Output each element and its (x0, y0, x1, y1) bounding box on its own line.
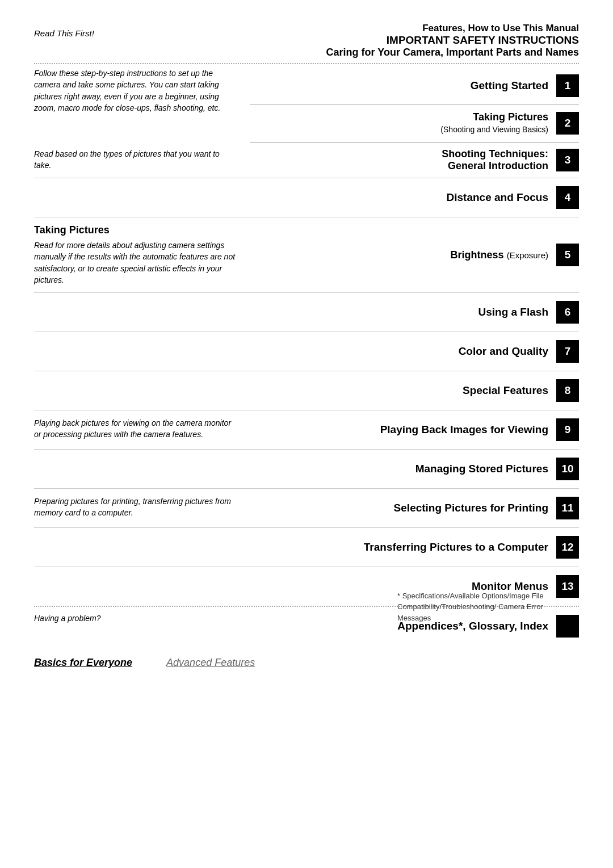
row-8: Special Features 8 (34, 371, 579, 410)
chapter-num-11: 11 (556, 497, 579, 519)
taking-pictures-left: Taking Pictures Read for more details ab… (34, 217, 250, 292)
chapter-7-right: Color and Quality 7 (250, 332, 579, 371)
header-line2: IMPORTANT SAFETY INSTRUCTIONS (193, 34, 579, 47)
chapter-num-appendices (556, 615, 579, 638)
taking-pictures-title: Taking Pictures (34, 224, 238, 236)
empty-left-6 (34, 293, 250, 332)
chapter-title-11: Selecting Pictures for Printing (250, 502, 548, 514)
row-12: Transferring Pictures to a Computer 12 (34, 528, 579, 567)
content-area: Read This First! Features, How to Use Th… (34, 23, 579, 669)
footnote: * Specifications/Available Options/Image… (397, 590, 545, 624)
row-10: Managing Stored Pictures 10 (34, 450, 579, 489)
chapter-4-right: Distance and Focus 4 (250, 178, 579, 217)
row-5: Taking Pictures Read for more details ab… (34, 217, 579, 293)
header-line3: Caring for Your Camera, Important Parts … (193, 47, 579, 58)
getting-started-left-desc: Follow these step-by-step instructions t… (34, 68, 250, 114)
chapter-title-3: Shooting Techniques: General Introductio… (250, 148, 548, 172)
empty-left-7 (34, 332, 250, 371)
bottom-section: Basics for Everyone Advanced Features (34, 657, 579, 669)
read-first-label: Read This First! (34, 28, 193, 38)
chapter-title-7: Color and Quality (250, 345, 548, 358)
chapter-5-subtitle: (Exposure) (507, 250, 548, 260)
chapter-num-5: 5 (556, 244, 579, 266)
chapter-title-4: Distance and Focus (250, 191, 548, 204)
chapter-3-subtitle: General Introduction (448, 160, 548, 171)
chapter-3-main: Shooting Techniques: (442, 148, 548, 160)
row-6: Using a Flash 6 (34, 293, 579, 332)
row-9: Playing back pictures for viewing on the… (34, 410, 579, 450)
chapter-num-13: 13 (556, 575, 579, 598)
chapter-num-9: 9 (556, 418, 579, 441)
chapter-row-1: Getting Started 1 (250, 68, 579, 104)
top-combined-section: Follow these step-by-step instructions t… (34, 68, 579, 142)
chapter-title-5: Brightness (Exposure) (250, 249, 548, 261)
chapter-num-3: 3 (556, 149, 579, 171)
dotted-separator-top (34, 63, 579, 64)
chapter-title-10: Managing Stored Pictures (250, 463, 548, 475)
chapter-num-6: 6 (556, 301, 579, 324)
empty-left-4 (34, 178, 250, 217)
printing-desc: Preparing pictures for printing, transfe… (34, 489, 250, 527)
chapter-6-right: Using a Flash 6 (250, 293, 579, 332)
chapter-2-subtitle: (Shooting and Viewing Basics) (440, 125, 548, 134)
empty-left-10 (34, 450, 250, 488)
empty-left-13 (34, 567, 250, 606)
taking-pictures-desc: Read for more details about adjusting ca… (34, 240, 238, 286)
chapter-8-right: Special Features 8 (250, 371, 579, 410)
basics-label: Basics for Everyone (34, 657, 132, 669)
chapter-num-4: 4 (556, 186, 579, 209)
page: Read This First! Features, How to Use Th… (0, 0, 613, 868)
chapter-title-12: Transferring Pictures to a Computer (250, 541, 548, 553)
header-line1: Features, How to Use This Manual (193, 23, 579, 34)
header-titles: Features, How to Use This Manual IMPORTA… (193, 23, 579, 58)
chapter-num-12: 12 (556, 536, 579, 559)
row-7: Color and Quality 7 (34, 332, 579, 371)
chapter-9-right: Playing Back Images for Viewing 9 (250, 410, 579, 449)
chapter-num-2: 2 (556, 112, 579, 135)
row-4: Distance and Focus 4 (34, 178, 579, 217)
empty-left-8 (34, 371, 250, 410)
chapter-num-1: 1 (556, 74, 579, 97)
chapter-title-6: Using a Flash (250, 306, 548, 318)
chapter-row-2: Taking Pictures (Shooting and Viewing Ba… (250, 104, 579, 142)
row-11: Preparing pictures for printing, transfe… (34, 489, 579, 528)
advanced-label: Advanced Features (166, 657, 255, 669)
chapter-5-right: Brightness (Exposure) 5 (250, 217, 579, 292)
chapter-11-right: Selecting Pictures for Printing 11 (250, 489, 579, 527)
chapters-1-3: Getting Started 1 Taking Pictures (Shoot… (250, 68, 579, 142)
chapter-title-1: Getting Started (250, 79, 548, 92)
getting-started-desc: Follow these step-by-step instructions t… (34, 68, 238, 114)
footnote-text: * Specifications/Available Options/Image… (397, 592, 544, 622)
chapter-num-8: 8 (556, 379, 579, 402)
chapter-3-right: Shooting Techniques: General Introductio… (250, 142, 579, 178)
chapter-5-main: Brightness (451, 249, 504, 261)
chapter-title-8: Special Features (250, 384, 548, 397)
empty-left-12 (34, 528, 250, 567)
chapter-10-right: Managing Stored Pictures 10 (250, 450, 579, 488)
chapter-12-right: Transferring Pictures to a Computer 12 (250, 528, 579, 567)
having-problem-label: Having a problem? (34, 607, 250, 645)
top-header: Read This First! Features, How to Use Th… (34, 23, 579, 58)
row-3: Read based on the types of pictures that… (34, 142, 579, 178)
chapter-num-10: 10 (556, 458, 579, 480)
chapter-title-9: Playing Back Images for Viewing (250, 423, 548, 436)
playing-back-desc: Playing back pictures for viewing on the… (34, 410, 250, 449)
chapter-2-main: Taking Pictures (473, 111, 548, 123)
chapter-num-7: 7 (556, 340, 579, 363)
chapter-title-2: Taking Pictures (Shooting and Viewing Ba… (250, 111, 548, 135)
read-based-desc: Read based on the types of pictures that… (34, 142, 250, 178)
